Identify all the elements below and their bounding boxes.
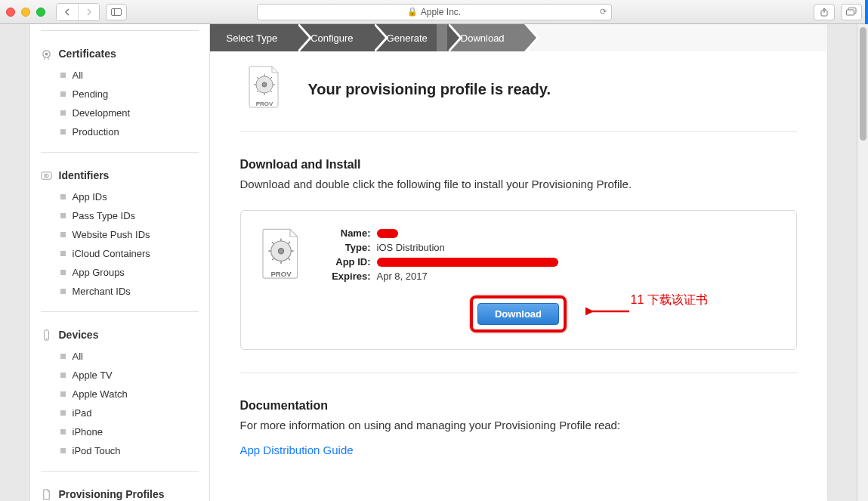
window-minimize-button[interactable] bbox=[21, 8, 30, 17]
bullet-icon bbox=[60, 429, 66, 435]
sidebar-heading-devices[interactable]: Devices bbox=[41, 329, 199, 341]
sidebar-item-label: Production bbox=[73, 126, 119, 138]
bullet-icon bbox=[60, 232, 66, 237]
sidebar-item-cert-production[interactable]: Production bbox=[41, 122, 199, 141]
bullet-icon bbox=[60, 73, 66, 78]
svg-point-6 bbox=[45, 52, 48, 55]
nav-forward-button[interactable] bbox=[78, 4, 99, 20]
bullet-icon bbox=[60, 289, 66, 294]
svg-text:PROV: PROV bbox=[270, 270, 292, 278]
sidebar-heading-certificates[interactable]: Certificates bbox=[41, 48, 199, 60]
annotation-marker: Download bbox=[470, 295, 567, 332]
sidebar-item-ipad[interactable]: iPad bbox=[41, 404, 199, 422]
sidebar-item-ipod-touch[interactable]: iPod Touch bbox=[41, 441, 199, 460]
info-fields: Name: Type:iOS Distribution App ID: Expi… bbox=[327, 227, 558, 285]
sidebar-heading-profiles[interactable]: Provisioning Profiles bbox=[41, 488, 199, 500]
annotation-arrow-icon bbox=[585, 305, 631, 318]
window-zoom-button[interactable] bbox=[36, 8, 45, 17]
info-expires: Expires:Apr 8, 2017 bbox=[327, 271, 558, 282]
bullet-icon bbox=[60, 354, 66, 359]
tabs-button[interactable] bbox=[841, 4, 862, 20]
info-appid: App ID: bbox=[327, 256, 558, 268]
sidebar-top-rule bbox=[41, 30, 199, 31]
divider bbox=[41, 311, 199, 312]
step-select-type[interactable]: Select Type bbox=[210, 24, 298, 51]
sidebar-item-label: App IDs bbox=[73, 191, 107, 203]
svg-point-10 bbox=[46, 338, 48, 339]
sidebar-item-apple-watch[interactable]: Apple Watch bbox=[41, 385, 199, 404]
sidebar-item-icloud-containers[interactable]: iCloud Containers bbox=[41, 244, 199, 263]
sidebar-item-label: Development bbox=[73, 107, 131, 119]
toolbar-right bbox=[814, 4, 862, 20]
download-install-title: Download and Install bbox=[240, 158, 797, 172]
main-body: PROV Your provisioning profile is ready.… bbox=[210, 51, 827, 501]
scroll-thumb[interactable] bbox=[860, 27, 866, 141]
sidebar-item-label: Apple TV bbox=[73, 370, 113, 381]
url-host: Apple Inc. bbox=[421, 7, 461, 17]
svg-rect-0 bbox=[112, 8, 122, 15]
bullet-icon bbox=[60, 391, 66, 397]
sidebar-section-profiles: Provisioning Profiles bbox=[41, 488, 199, 500]
bullet-icon bbox=[60, 251, 66, 256]
reload-icon[interactable]: ⟳ bbox=[600, 7, 607, 17]
sidebar-item-cert-pending[interactable]: Pending bbox=[41, 85, 199, 104]
sidebar-section-identifiers: ID Identifiers App IDs Pass Type IDs Web… bbox=[41, 169, 199, 301]
scrollbar[interactable] bbox=[857, 24, 868, 501]
field-label: Type: bbox=[327, 242, 371, 253]
sidebar-item-cert-development[interactable]: Development bbox=[41, 104, 199, 122]
nav-back-button[interactable] bbox=[57, 4, 78, 20]
ready-row: PROV Your provisioning profile is ready. bbox=[240, 65, 797, 132]
sidebar-heading-label: Provisioning Profiles bbox=[59, 488, 165, 500]
device-icon bbox=[41, 329, 53, 341]
sidebar-item-app-groups[interactable]: App Groups bbox=[41, 263, 199, 282]
ready-title: Your provisioning profile is ready. bbox=[308, 81, 551, 98]
bullet-icon bbox=[60, 213, 66, 218]
sidebar-item-website-push-ids[interactable]: Website Push IDs bbox=[41, 225, 199, 244]
field-label: Expires: bbox=[327, 271, 371, 282]
sidebar-heading-identifiers[interactable]: ID Identifiers bbox=[41, 169, 199, 181]
step-label: Select Type bbox=[227, 32, 278, 44]
field-label: Name: bbox=[327, 227, 371, 239]
sidebar: Certificates All Pending Development Pro… bbox=[30, 24, 210, 501]
divider bbox=[240, 373, 797, 373]
sidebar-section-certificates: Certificates All Pending Development Pro… bbox=[41, 48, 199, 141]
download-install-body: Download and double click the following … bbox=[240, 176, 797, 192]
sidebar-item-label: iPad bbox=[73, 407, 92, 419]
download-button[interactable]: Download bbox=[477, 303, 559, 325]
sidebar-item-label: Website Push IDs bbox=[73, 229, 150, 240]
sidebar-item-label: All bbox=[73, 351, 83, 362]
url-bar[interactable]: 🔒 Apple Inc. ⟳ bbox=[257, 4, 612, 20]
annotation-text: 11 下载该证书 bbox=[631, 292, 708, 308]
sidebar-item-label: iPhone bbox=[73, 426, 103, 438]
svg-point-12 bbox=[262, 82, 267, 87]
documentation-body: For more information on using and managi… bbox=[240, 417, 797, 433]
prov-icon-large: PROV bbox=[259, 227, 304, 285]
window-close-button[interactable] bbox=[6, 8, 15, 17]
documentation-title: Documentation bbox=[240, 399, 797, 413]
lock-icon: 🔒 bbox=[407, 7, 418, 17]
svg-text:PROV: PROV bbox=[255, 101, 273, 107]
sidebar-item-pass-type-ids[interactable]: Pass Type IDs bbox=[41, 206, 199, 225]
field-value: iOS Distribution bbox=[377, 242, 445, 253]
app-distribution-guide-link[interactable]: App Distribution Guide bbox=[240, 444, 797, 456]
sidebar-heading-label: Identifiers bbox=[59, 169, 110, 181]
page: Certificates All Pending Development Pro… bbox=[0, 24, 857, 501]
sidebar-item-apple-tv[interactable]: Apple TV bbox=[41, 366, 199, 385]
redacted-value bbox=[377, 229, 398, 238]
redacted-value bbox=[377, 258, 558, 267]
sidebar-item-label: Pending bbox=[73, 88, 109, 100]
sidebar-item-iphone[interactable]: iPhone bbox=[41, 422, 199, 441]
sidebar-item-merchant-ids[interactable]: Merchant IDs bbox=[41, 282, 199, 301]
show-sidebar-button[interactable] bbox=[106, 4, 127, 20]
info-name: Name: bbox=[327, 227, 558, 239]
sidebar-item-cert-all[interactable]: All bbox=[41, 66, 199, 85]
svg-point-15 bbox=[278, 249, 283, 254]
svg-text:ID: ID bbox=[44, 173, 49, 178]
sidebar-item-app-ids[interactable]: App IDs bbox=[41, 187, 199, 206]
document-icon bbox=[41, 488, 53, 500]
window-edge-accent bbox=[865, 0, 868, 24]
sidebar-item-devices-all[interactable]: All bbox=[41, 347, 199, 366]
share-button[interactable] bbox=[814, 4, 835, 20]
profile-info-box: PROV Name: Type:iOS Distribution App ID:… bbox=[240, 210, 797, 350]
bullet-icon bbox=[60, 91, 66, 97]
